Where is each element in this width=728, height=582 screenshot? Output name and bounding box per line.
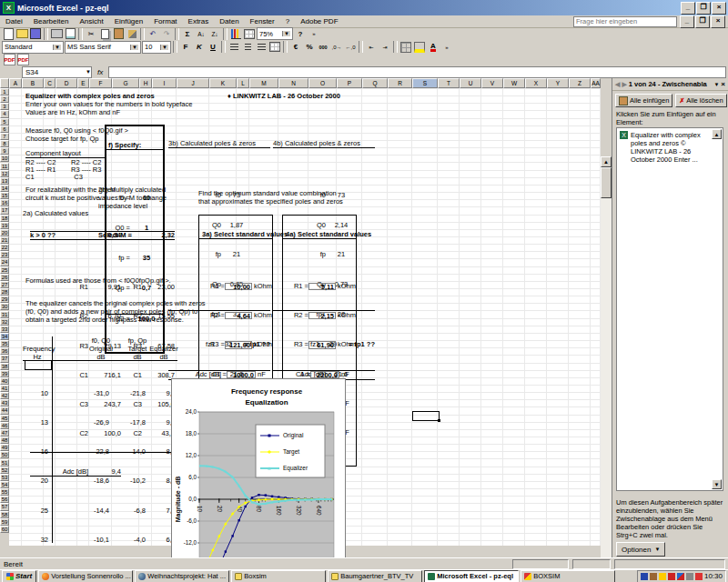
- pdf-convert-icon[interactable]: PDF: [4, 54, 15, 65]
- workbook-restore-button[interactable]: ❐: [695, 15, 710, 28]
- column-header-L[interactable]: L: [237, 78, 249, 88]
- tray-device-icon[interactable]: [686, 573, 693, 580]
- row-header-56[interactable]: 56: [0, 496, 9, 503]
- row-header-5[interactable]: 5: [0, 118, 9, 125]
- row-header-29[interactable]: 29: [0, 296, 9, 303]
- row-header-45[interactable]: 45: [0, 415, 9, 422]
- decrease-decimal-icon[interactable]: ←,0: [344, 41, 357, 53]
- row-header-4[interactable]: 4: [0, 110, 9, 117]
- print-preview-icon[interactable]: [64, 28, 76, 40]
- task-pane-menu-icon[interactable]: ▼: [713, 82, 719, 87]
- workbook-close-button[interactable]: ×: [711, 15, 725, 28]
- insert-function-icon[interactable]: fx: [97, 68, 103, 76]
- row-header-48[interactable]: 48: [0, 436, 9, 444]
- row-header-9[interactable]: 9: [0, 147, 9, 155]
- decrease-indent-icon[interactable]: ⇤: [365, 41, 378, 53]
- bold-icon[interactable]: F: [179, 41, 192, 53]
- row-header-25[interactable]: 25: [0, 266, 9, 274]
- cut-icon[interactable]: ✂: [85, 28, 97, 40]
- forward-icon[interactable]: ▶: [622, 81, 626, 88]
- select-row[interactable]: R1 = 10,00 kOhm: [199, 283, 272, 290]
- align-center-icon[interactable]: [241, 41, 254, 53]
- paste-all-button[interactable]: Alle einfügen: [615, 94, 672, 107]
- taskbar-task-button[interactable]: Boxsim: [231, 570, 326, 582]
- copy-icon[interactable]: [98, 28, 111, 40]
- column-header-D[interactable]: D: [56, 78, 77, 88]
- list-scroll-down-icon[interactable]: ▼: [712, 479, 722, 489]
- column-header-W[interactable]: W: [503, 78, 525, 88]
- row-header-35[interactable]: 35: [0, 340, 9, 347]
- increase-decimal-icon[interactable]: ,0→: [330, 41, 343, 53]
- menu-item[interactable]: Fenster: [245, 17, 280, 25]
- autosum-icon[interactable]: Σ: [181, 28, 194, 40]
- fill-color-icon[interactable]: [413, 41, 426, 53]
- clipboard-items-list[interactable]: X Equalizer with complex poles and zeros…: [616, 127, 723, 491]
- menu-item[interactable]: Daten: [214, 17, 244, 25]
- row-header-54[interactable]: 54: [0, 481, 9, 488]
- column-header-I[interactable]: I: [152, 78, 177, 88]
- row-header-32[interactable]: 32: [0, 318, 9, 326]
- taskbar-task-button[interactable]: Vorstellung Sonnenrollo ...: [38, 570, 133, 582]
- workbook-minimize-button[interactable]: _: [680, 15, 694, 28]
- row-header-42[interactable]: 42: [0, 392, 9, 399]
- start-button[interactable]: Start: [2, 570, 36, 582]
- open-icon[interactable]: [15, 28, 28, 40]
- row-header-12[interactable]: 12: [0, 170, 9, 177]
- row-header-60[interactable]: 60: [0, 526, 9, 533]
- cells-icon[interactable]: [243, 28, 256, 40]
- row-header-23[interactable]: 23: [0, 251, 9, 258]
- tray-flag-icon[interactable]: [695, 573, 703, 580]
- row-header-16[interactable]: 16: [0, 199, 9, 206]
- row-header-57[interactable]: 57: [0, 503, 9, 510]
- task-pane-close-icon[interactable]: ×: [721, 80, 725, 88]
- row-header-37[interactable]: 37: [0, 355, 9, 362]
- column-header-O[interactable]: O: [308, 78, 337, 88]
- new-icon[interactable]: [2, 28, 15, 40]
- column-header-G[interactable]: G: [112, 78, 139, 88]
- row-header-49[interactable]: 49: [0, 444, 9, 451]
- merge-center-icon[interactable]: [268, 41, 281, 53]
- borders-icon[interactable]: [399, 41, 412, 53]
- row-header-2[interactable]: 2: [0, 95, 9, 103]
- column-header-E[interactable]: E: [77, 78, 89, 88]
- row-header-51[interactable]: 51: [0, 459, 9, 467]
- tray-update-icon[interactable]: [659, 573, 666, 580]
- column-header-Y[interactable]: Y: [547, 78, 569, 88]
- formula-input[interactable]: [108, 66, 726, 78]
- row-header-15[interactable]: 15: [0, 192, 9, 199]
- pdf-email-icon[interactable]: PDF: [17, 54, 29, 65]
- row-header-34[interactable]: 34: [0, 333, 9, 340]
- taskbar-task-button[interactable]: Microsoft Excel - pz-eql: [424, 570, 519, 582]
- row-header-40[interactable]: 40: [0, 377, 9, 385]
- percent-style-icon[interactable]: %: [303, 41, 316, 53]
- row-header-24[interactable]: 24: [0, 258, 9, 266]
- restore-button[interactable]: ❐: [696, 2, 711, 15]
- row-header-20[interactable]: 20: [0, 229, 9, 236]
- select-row[interactable]: C1 = 2200,0 nF: [283, 371, 356, 378]
- column-header-Z[interactable]: Z: [569, 78, 591, 88]
- tray-volume-icon[interactable]: [650, 573, 657, 580]
- row-header-52[interactable]: 52: [0, 467, 9, 474]
- row-header-26[interactable]: 26: [0, 274, 9, 281]
- font-combo[interactable]: MS Sans Serif▼: [65, 41, 141, 54]
- menu-item[interactable]: Einfügen: [109, 17, 149, 25]
- row-header-8[interactable]: 8: [0, 140, 9, 147]
- column-header-M[interactable]: M: [249, 78, 278, 88]
- row-header-27[interactable]: 27: [0, 281, 9, 288]
- row-header-41[interactable]: 41: [0, 385, 9, 392]
- column-header-K[interactable]: K: [209, 78, 237, 88]
- selected-cell-S34[interactable]: [412, 411, 440, 421]
- row-header-58[interactable]: 58: [0, 511, 9, 518]
- row-header-10[interactable]: 10: [0, 155, 9, 162]
- taskbar-task-button[interactable]: Baumgaertner_BTV_TV: [328, 570, 422, 582]
- row-header-28[interactable]: 28: [0, 288, 9, 296]
- zoom-combo[interactable]: 75%▼: [257, 27, 293, 40]
- row-header-3[interactable]: 3: [0, 103, 9, 110]
- menu-item[interactable]: Format: [148, 17, 182, 25]
- row-header-46[interactable]: 46: [0, 422, 9, 429]
- select-row[interactable]: C1 = 1000,0 nF: [199, 371, 272, 378]
- row-header-14[interactable]: 14: [0, 185, 9, 192]
- column-header-V[interactable]: V: [481, 78, 503, 88]
- currency-icon[interactable]: €: [289, 41, 302, 53]
- underline-icon[interactable]: U: [207, 41, 219, 53]
